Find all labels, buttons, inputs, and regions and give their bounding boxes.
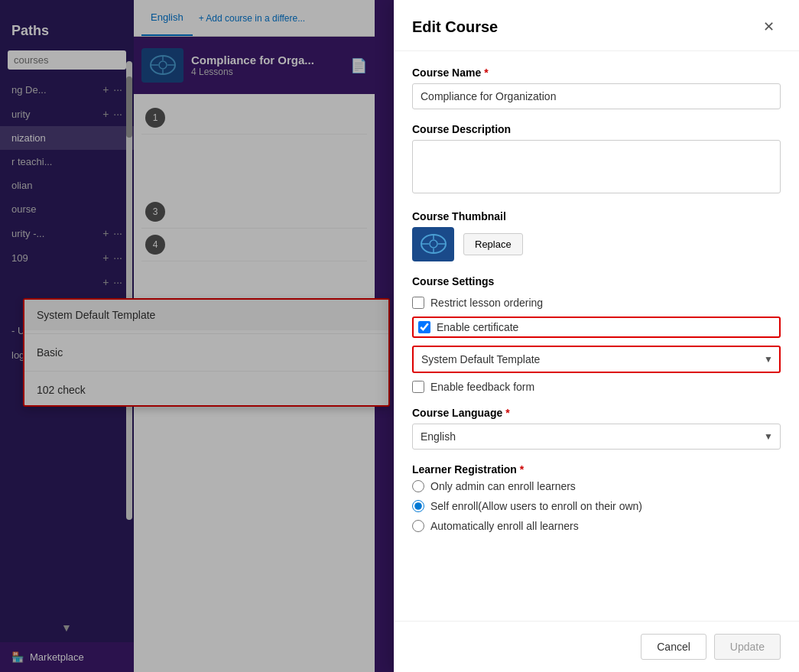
modal-close-button[interactable]: ✕ (757, 15, 781, 38)
restrict-lesson-label[interactable]: Restrict lesson ordering (430, 297, 543, 309)
registration-required-indicator: * (520, 463, 524, 476)
course-language-label: Course Language * (412, 407, 781, 419)
language-select-wrapper: English French Spanish German ▼ (412, 424, 781, 450)
registration-auto-row: Automatically enroll all learners (412, 520, 781, 532)
update-button[interactable]: Update (714, 634, 781, 660)
svg-point-7 (430, 240, 437, 248)
learner-registration-group: Learner Registration * Only admin can en… (412, 463, 781, 532)
registration-admin-label[interactable]: Only admin can enroll learners (430, 480, 576, 492)
modal-body: Course Name * Course Description Course … (394, 51, 799, 621)
required-indicator: * (484, 67, 488, 79)
thumbnail-row: Replace (412, 227, 781, 261)
course-description-group: Course Description (412, 123, 781, 196)
enable-certificate-checkbox[interactable] (418, 321, 430, 333)
registration-admin-radio[interactable] (412, 480, 424, 492)
registration-self-row: Self enroll(Allow users to enroll on the… (412, 500, 781, 512)
registration-self-radio[interactable] (412, 500, 424, 512)
modal-footer: Cancel Update (394, 621, 799, 672)
enable-feedback-label[interactable]: Enable feedback form (430, 381, 534, 393)
restrict-lesson-row: Restrict lesson ordering (412, 297, 781, 309)
course-thumbnail-label: Course Thumbnail (412, 210, 781, 222)
enable-certificate-label[interactable]: Enable certificate (437, 321, 518, 333)
course-settings-group: Course Settings Restrict lesson ordering… (412, 275, 781, 393)
course-name-label: Course Name * (412, 67, 781, 79)
enable-feedback-checkbox[interactable] (412, 381, 424, 393)
registration-auto-label[interactable]: Automatically enroll all learners (430, 520, 579, 532)
registration-admin-row: Only admin can enroll learners (412, 480, 781, 492)
modal-header: Edit Course ✕ (394, 0, 799, 51)
course-name-group: Course Name * (412, 67, 781, 109)
course-description-label: Course Description (412, 123, 781, 135)
course-description-textarea[interactable] (412, 140, 781, 193)
course-language-select[interactable]: English French Spanish German (412, 424, 781, 450)
certificate-template-wrapper: System Default Template Basic 102 check … (412, 346, 781, 373)
certificate-template-select[interactable]: System Default Template Basic 102 check (412, 346, 781, 373)
language-required-indicator: * (505, 407, 509, 419)
registration-auto-radio[interactable] (412, 520, 424, 532)
learner-registration-label: Learner Registration * (412, 463, 781, 476)
enable-certificate-row: Enable certificate (412, 317, 781, 338)
enable-feedback-row: Enable feedback form (412, 381, 781, 393)
modal-title: Edit Course (412, 18, 498, 36)
registration-self-label[interactable]: Self enroll(Allow users to enroll on the… (430, 500, 642, 512)
thumbnail-preview (412, 227, 454, 261)
course-settings-title: Course Settings (412, 275, 781, 287)
edit-course-modal: Edit Course ✕ Course Name * Course Descr… (394, 0, 799, 672)
replace-thumbnail-button[interactable]: Replace (463, 233, 523, 255)
restrict-lesson-checkbox[interactable] (412, 297, 424, 309)
cancel-button[interactable]: Cancel (641, 634, 706, 660)
course-thumbnail-group: Course Thumbnail Replace (412, 210, 781, 261)
course-language-group: Course Language * English French Spanish… (412, 407, 781, 450)
course-name-input[interactable] (412, 83, 781, 109)
